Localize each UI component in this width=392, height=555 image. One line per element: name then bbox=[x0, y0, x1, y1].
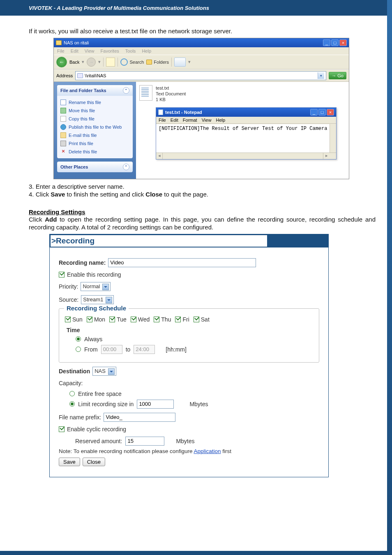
np-maximize-button[interactable]: □ bbox=[318, 109, 326, 116]
destination-label: Destination bbox=[59, 368, 90, 375]
recording-panel: >Recording Recording name: Enable this r… bbox=[49, 234, 329, 477]
task-copy[interactable]: Copy this file bbox=[60, 115, 129, 123]
menu-file[interactable]: File bbox=[57, 49, 65, 53]
close-button[interactable]: × bbox=[339, 39, 347, 46]
enable-recording-checkbox[interactable] bbox=[59, 272, 65, 278]
step-4: 4. Click Save to finish the setting and … bbox=[29, 190, 376, 199]
np-menu-help[interactable]: Help bbox=[216, 118, 225, 123]
file-type: Text Document bbox=[156, 91, 186, 97]
task-delete[interactable]: ×Delete this file bbox=[60, 148, 129, 156]
priority-select[interactable]: Normal bbox=[81, 282, 111, 291]
file-item[interactable]: test.txt Text Document 1 KB bbox=[139, 85, 346, 103]
close-button[interactable]: Close bbox=[83, 458, 105, 466]
explorer-title: NAS on ritali bbox=[64, 40, 89, 45]
explorer-toolbar: ← Back▾ →▾ Search Folders ▾ bbox=[54, 55, 349, 69]
reserved-input[interactable] bbox=[125, 437, 164, 446]
save-button[interactable]: Save bbox=[59, 458, 80, 466]
notepad-icon bbox=[158, 109, 163, 115]
day-mon-label: Mon bbox=[94, 316, 105, 323]
from-time-input[interactable] bbox=[101, 345, 122, 354]
note-line: Note: To enable recording notification p… bbox=[59, 448, 319, 454]
notepad-content[interactable]: [NOTIFICATION]The Result of Server Test … bbox=[156, 124, 336, 153]
limit-size-radio[interactable] bbox=[69, 401, 75, 407]
menu-favorites[interactable]: Favorites bbox=[101, 49, 119, 53]
to-label: to bbox=[126, 346, 131, 353]
always-radio[interactable] bbox=[76, 336, 81, 342]
np-menu-file[interactable]: File bbox=[159, 118, 166, 123]
priority-label: Priority: bbox=[59, 283, 78, 290]
prefix-input[interactable] bbox=[104, 413, 175, 422]
move-icon bbox=[60, 108, 66, 113]
collapse-icon[interactable]: ⌃ bbox=[123, 164, 129, 170]
np-menu-edit[interactable]: Edit bbox=[171, 118, 178, 123]
day-thu-checkbox[interactable] bbox=[154, 317, 159, 322]
schedule-legend: Recording Schedule bbox=[64, 305, 129, 312]
from-radio[interactable] bbox=[76, 347, 81, 352]
day-sun-checkbox[interactable] bbox=[65, 317, 71, 322]
collapse-icon[interactable]: ⌃ bbox=[123, 87, 129, 94]
destination-select[interactable]: NAS bbox=[92, 367, 116, 376]
day-tue-checkbox[interactable] bbox=[109, 317, 115, 322]
recording-name-label: Recording name: bbox=[59, 259, 106, 266]
source-select[interactable]: Stream1 bbox=[81, 295, 114, 304]
maximize-button[interactable]: □ bbox=[331, 39, 339, 46]
application-link[interactable]: Application bbox=[194, 448, 221, 454]
address-value: \\ritali\NAS bbox=[85, 73, 106, 78]
source-label: Source: bbox=[59, 296, 78, 303]
notepad-window: test.txt - Notepad _ □ × File Edit Forma… bbox=[156, 107, 337, 160]
other-places-title: Other Places bbox=[60, 164, 88, 169]
folders-button[interactable]: Folders bbox=[146, 60, 169, 65]
time-heading: Time bbox=[67, 327, 313, 333]
go-button[interactable]: →Go bbox=[329, 72, 346, 79]
day-mon-checkbox[interactable] bbox=[87, 317, 92, 322]
search-button[interactable]: Search bbox=[120, 58, 144, 66]
menu-view[interactable]: View bbox=[85, 49, 95, 53]
cyclic-checkbox[interactable] bbox=[59, 426, 65, 432]
to-time-input[interactable] bbox=[134, 345, 155, 354]
np-vscroll[interactable] bbox=[330, 124, 336, 153]
np-hscroll[interactable]: ◂▸ bbox=[156, 153, 336, 159]
day-fri-checkbox[interactable] bbox=[175, 317, 181, 322]
mbytes-label: Mbytes bbox=[189, 401, 208, 407]
back-label[interactable]: Back bbox=[69, 60, 79, 65]
task-print[interactable]: Print this file bbox=[60, 139, 129, 148]
address-input[interactable]: \\ritali\NAS ▾ bbox=[75, 71, 326, 80]
back-button[interactable]: ← bbox=[56, 57, 67, 67]
task-email[interactable]: E-mail this file bbox=[60, 131, 129, 139]
up-button[interactable] bbox=[106, 58, 115, 67]
prefix-label: File name prefix: bbox=[59, 414, 101, 421]
np-minimize-button[interactable]: _ bbox=[310, 109, 318, 116]
menu-edit[interactable]: Edit bbox=[71, 49, 78, 53]
task-rename[interactable]: Rename this file bbox=[60, 98, 129, 106]
entire-space-radio[interactable] bbox=[69, 391, 75, 396]
limit-size-input[interactable] bbox=[137, 400, 174, 409]
always-label: Always bbox=[84, 336, 102, 342]
explorer-titlebar[interactable]: NAS on ritali _ □ × bbox=[54, 38, 349, 47]
address-label: Address bbox=[56, 73, 73, 78]
schedule-fieldset: Recording Schedule Sun Mon Tue Wed Thu F… bbox=[59, 308, 319, 363]
minimize-button[interactable]: _ bbox=[323, 39, 330, 46]
np-menu-view[interactable]: View bbox=[202, 118, 212, 123]
page-footer: 80 - User's Manual bbox=[0, 551, 392, 555]
search-icon bbox=[120, 58, 128, 66]
notepad-menubar[interactable]: File Edit Format View Help bbox=[156, 117, 336, 124]
recording-name-input[interactable] bbox=[108, 258, 256, 267]
menu-help[interactable]: Help bbox=[142, 49, 151, 53]
capacity-label: Capacity: bbox=[59, 380, 83, 386]
step-3: 3. Enter a descriptive server name. bbox=[29, 183, 376, 191]
forward-button[interactable]: → bbox=[87, 58, 96, 67]
day-sat-checkbox[interactable] bbox=[194, 317, 199, 322]
np-menu-format[interactable]: Format bbox=[183, 118, 197, 123]
day-wed-checkbox[interactable] bbox=[131, 317, 136, 322]
cyclic-label: Enable cyclic recording bbox=[67, 426, 126, 432]
entire-space-label: Entire free space bbox=[78, 391, 122, 397]
from-label: From bbox=[84, 346, 98, 353]
menu-tools[interactable]: Tools bbox=[125, 49, 136, 53]
explorer-menubar[interactable]: File Edit View Favorites Tools Help bbox=[54, 47, 349, 55]
task-move[interactable]: Move this file bbox=[60, 106, 129, 115]
task-publish[interactable]: Publish this file to the Web bbox=[60, 123, 129, 131]
np-close-button[interactable]: × bbox=[327, 109, 334, 116]
address-dropdown[interactable]: ▾ bbox=[318, 72, 324, 79]
email-icon bbox=[60, 132, 66, 138]
views-button[interactable] bbox=[174, 58, 186, 67]
